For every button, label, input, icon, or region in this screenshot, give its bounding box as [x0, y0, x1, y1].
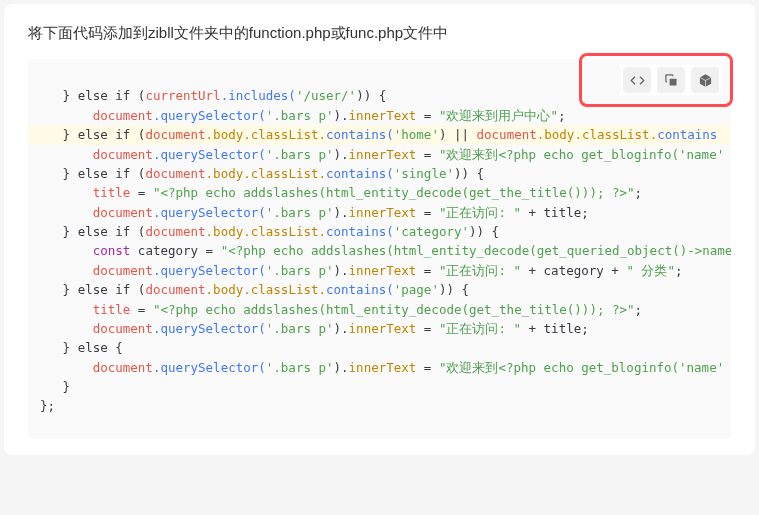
card-heading: 将下面代码添加到zibll文件夹中的function.php或func.php文… — [28, 24, 731, 43]
expand-button[interactable] — [691, 67, 719, 93]
copy-button[interactable] — [657, 67, 685, 93]
code-content: } else if (currentUrl.includes('/user/')… — [40, 86, 731, 439]
box-icon — [698, 73, 713, 88]
code-wrapper: } else if (currentUrl.includes('/user/')… — [28, 59, 731, 439]
copy-icon — [664, 73, 679, 88]
highlighted-line: } else if (document.body.classList.conta… — [28, 125, 731, 144]
code-block[interactable]: } else if (currentUrl.includes('/user/')… — [28, 59, 731, 439]
code-icon — [630, 73, 645, 88]
code-card: 将下面代码添加到zibll文件夹中的function.php或func.php文… — [4, 4, 755, 455]
svg-rect-0 — [669, 78, 676, 85]
code-view-button[interactable] — [623, 67, 651, 93]
code-toolbar — [621, 65, 721, 95]
